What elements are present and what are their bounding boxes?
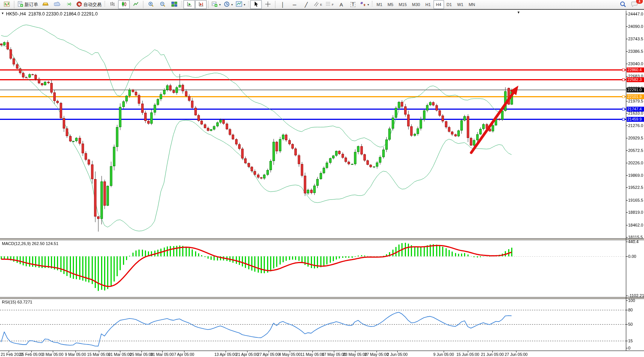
time-axis-label: 3 Mar 05:00 [42,352,63,357]
cursor-tool-button[interactable] [250,0,262,9]
indicators-button[interactable]: ▾ [210,0,222,9]
zoom-in-button[interactable] [145,0,157,9]
vertical-line-icon: │ [281,2,284,7]
rsi-axis-label: 0 [628,346,630,350]
tab-timeframe-m15[interactable]: M15 [396,0,409,9]
chart-ohlc-values: 21878.0 22330.0 21864.0 22291.0 [28,11,98,17]
panel-divider[interactable] [0,238,644,240]
new-order-icon [17,1,23,8]
horizontal-line-tool-button[interactable]: ─ [289,0,300,9]
macd-axis-label: 0.00 [628,254,636,259]
time-axis-label: 7 Apr 05:00 [174,352,194,357]
fibo-letter: F [332,3,334,6]
rsi-axis-label: 50 [628,322,633,326]
line-chart-icon [133,1,139,8]
price-badge-pivot: 22101.9 [627,94,644,99]
chart-shift-marker[interactable]: ▼ [517,11,520,14]
trendline-tool-button[interactable]: ╱ [300,0,312,9]
time-axis-label: 31 Mar 05:00 [151,352,174,357]
rsi-indicator-label: RSI(15) 63.7271 [2,300,32,304]
text-label-icon: T [350,2,355,7]
panel-divider[interactable] [0,297,644,299]
main-toolbar: 新订单 自动交易 [0,0,644,10]
auto-scroll-button[interactable] [183,0,195,9]
macd-axis-label: -1102.21 [628,293,644,298]
one-click-trading-toggle[interactable]: ▼ [1,12,4,15]
line-handle[interactable] [622,108,625,110]
price-badge-current-price: 22291.0 [627,87,644,92]
time-axis-label: 23 May 05:00 [343,352,367,357]
price-axis-label: 18462.0 [628,223,643,227]
vertical-line-tool-button[interactable]: │ [277,0,289,9]
tab-timeframe-m30[interactable]: M30 [409,0,423,9]
fibonacci-tool-button[interactable]: F [324,0,335,9]
cloud-button[interactable] [51,0,63,9]
templates-button[interactable]: ▾ [234,0,247,9]
channel-letter: E [320,3,322,6]
price-axis-label: 24090.0 [628,24,643,29]
time-axis-label: 9 Jun 05:00 [433,352,454,357]
time-axis-label: 15 Jun 05:00 [456,352,480,357]
time-axis-label: 21 Apr 05:00 [236,352,258,357]
text-label-tool-button[interactable]: T [347,0,359,9]
toolbar-separator [208,1,209,8]
add-indicator-icon [212,1,218,8]
time-axis-label: 9 Mar 05:00 [65,352,86,357]
new-order-button[interactable]: 新订单 [16,0,40,9]
chart-symbol-timeframe: HK50-,H4 [6,11,26,17]
tab-timeframe-m1[interactable]: M1 [374,0,385,9]
price-axis-label: 24447.0 [628,12,643,16]
line-chart-button[interactable] [130,0,141,9]
signal-button[interactable] [63,0,75,9]
crosshair-tool-button[interactable] [262,0,274,9]
chart-canvas[interactable] [0,0,644,357]
toolbar-grip [372,1,373,8]
zoom-out-button[interactable] [157,0,168,9]
bar-chart-icon [109,1,115,8]
price-axis-label: 18115.5 [628,235,643,239]
line-handle[interactable] [622,78,625,81]
notification-badge: 1 [636,0,643,4]
gold-button[interactable] [40,0,51,9]
auto-trading-button[interactable]: 自动交易 [75,0,103,9]
tab-timeframe-h1[interactable]: H1 [423,0,433,9]
tab-timeframe-w1[interactable]: W1 [455,0,466,9]
line-handle[interactable] [622,69,625,71]
gold-ingot-icon [42,1,49,8]
chart-window-button[interactable] [1,0,12,9]
price-axis-label: 21276.0 [628,123,643,128]
toolbar-grip [248,1,249,8]
chevron-down-icon: ▾ [219,3,221,6]
arrows-tool-button[interactable]: ▾ [359,0,370,9]
new-order-label: 新订单 [25,2,38,8]
line-handle[interactable] [622,118,625,121]
tab-timeframe-m5[interactable]: M5 [385,0,396,9]
search-button[interactable] [617,0,629,9]
clock-icon [224,1,230,8]
toolbar-separator [143,1,143,8]
signal-icon [66,1,72,8]
price-axis-label: 21979.5 [628,99,643,103]
channel-tool-button[interactable]: E [312,0,324,9]
bar-chart-button[interactable] [106,0,118,9]
x-axis-border [0,351,644,351]
fibonacci-icon [326,1,331,8]
time-axis-label: 2 Jun 05:00 [387,352,408,357]
time-axis-label: 27 May 05:00 [364,352,389,357]
price-badge-resistance-2: 22582.3 [627,77,644,82]
periods-button[interactable]: ▾ [222,0,234,9]
toolbar-grip [104,1,105,8]
zoom-in-icon [148,1,154,8]
time-axis-label: 21 Jun 05:00 [481,352,504,357]
price-badge-support-1: 21747.4 [627,107,644,112]
tab-timeframe-mn[interactable]: MN [466,0,478,9]
candlestick-chart-button[interactable] [118,0,130,9]
time-axis-label: 15 Mar 05:00 [87,352,111,357]
tab-timeframe-d1[interactable]: D1 [444,0,455,9]
chart-shift-button[interactable] [195,0,207,9]
line-handle[interactable] [622,95,625,98]
chat-button[interactable]: 1 [629,0,640,9]
text-tool-button[interactable]: A [335,0,347,9]
tile-windows-button[interactable] [168,0,180,9]
tab-timeframe-h4[interactable]: H4 [433,0,444,9]
